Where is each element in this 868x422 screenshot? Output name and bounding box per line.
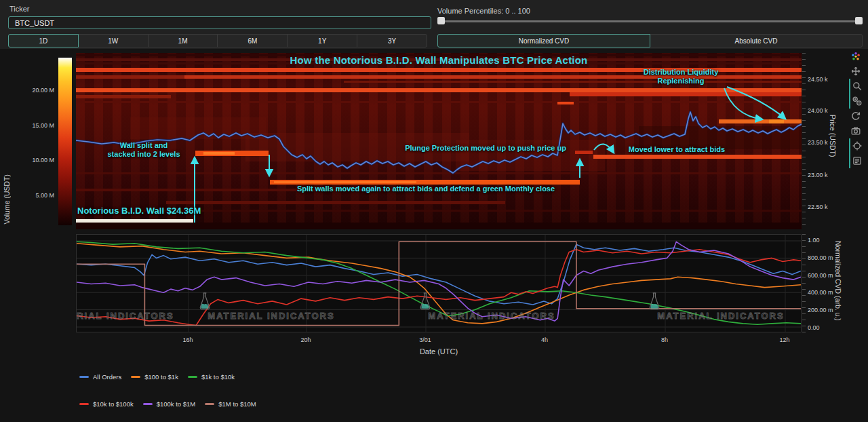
legend-item--10k-to-100k[interactable]: $10k to $100k xyxy=(79,400,134,408)
legend-item--100-to-1k[interactable]: $100 to $1k xyxy=(131,373,178,381)
zoom-icon[interactable] xyxy=(849,79,864,94)
zoom-in-out-icon[interactable] xyxy=(849,94,864,109)
legend-item-all-orders[interactable]: All Orders xyxy=(79,373,121,381)
timeframe-1y[interactable]: 1Y xyxy=(287,34,357,47)
price-line-and-arrows-layer xyxy=(76,53,802,229)
legend-item--100k-to-1m[interactable]: $100k to $1M xyxy=(143,400,196,408)
axis-tick: 4h xyxy=(531,337,558,343)
cvd-chart[interactable]: MATERIAL INDICATORSMATERIAL INDICATORSMA… xyxy=(76,234,802,332)
legend-swatch xyxy=(79,403,89,405)
timeframe-buttons: 1D1W1M6M1Y3Y xyxy=(8,34,427,47)
slider-track[interactable] xyxy=(437,20,863,22)
legend-swatch xyxy=(188,376,197,378)
legend-row-1: All Orders$100 to $1k$1k to $10k xyxy=(79,373,235,381)
timeframe-6m[interactable]: 6M xyxy=(217,34,288,47)
slider-handle-min[interactable] xyxy=(437,17,445,24)
x-axis-label: Date (UTC) xyxy=(76,347,802,356)
cvd-mode-absolute-cvd[interactable]: Absolute CVD xyxy=(650,34,863,47)
volume-colorbar xyxy=(58,58,72,225)
ticker-input[interactable] xyxy=(8,16,431,29)
annotation-arrow xyxy=(594,144,614,153)
cvd-series--100k-to-1m xyxy=(77,242,801,321)
legend-swatch xyxy=(79,376,89,378)
cvd-mode-toggle: Normalized CVDAbsolute CVD xyxy=(437,34,863,47)
price-axis-label: Price (USDT) xyxy=(829,115,837,157)
axis-tick: 600.00 m xyxy=(808,272,833,279)
axis-tick: 15.00 M xyxy=(7,122,54,129)
volume-percentiles-label: Volume Percentiles: 0 .. 100 xyxy=(437,7,530,15)
timeframe-1d[interactable]: 1D xyxy=(8,34,79,47)
axis-tick: 20h xyxy=(292,337,319,343)
axis-tick: 16h xyxy=(174,337,201,343)
legend-label: $10k to $100k xyxy=(93,400,134,408)
plotly-modebar xyxy=(849,49,865,168)
chart-title: How the Notorious B.I.D. Wall Manipulate… xyxy=(76,54,802,66)
legend-row-2: $10k to $100k$100k to $1M$1M to $10M xyxy=(79,400,256,408)
autoscale-icon[interactable] xyxy=(849,109,863,123)
legend-item--1k-to-10k[interactable]: $1k to $10k xyxy=(188,373,235,381)
axis-tick: 23.50 k xyxy=(808,139,828,146)
axis-tick: 10.00 M xyxy=(7,157,54,164)
cvd-series--10k-to-100k xyxy=(77,250,801,326)
liquidity-heatmap[interactable]: Distribution Liquidity ReplenishingWall … xyxy=(76,53,802,229)
axis-tick: 400.00 m xyxy=(808,289,833,296)
cvd-mode-normalized-cvd[interactable]: Normalized CVD xyxy=(437,34,650,47)
legend-item--1m-to-10m[interactable]: $1M to $10M xyxy=(205,400,256,408)
cvd-series-all-orders xyxy=(77,244,801,305)
axis-tick: 8h xyxy=(651,337,678,343)
legend-label: All Orders xyxy=(93,373,121,381)
firecharts-figure: Volume (USDT) 20.00 M15.00 M10.00 M5.00 … xyxy=(0,49,868,422)
axis-tick: 23.00 k xyxy=(808,172,828,178)
axis-tick: 1.00 xyxy=(808,237,820,244)
axis-tick: 800.00 m xyxy=(808,254,833,261)
camera-icon[interactable] xyxy=(849,123,863,138)
timeframe-1w[interactable]: 1W xyxy=(78,34,149,47)
legend-swatch xyxy=(205,403,214,405)
crosshair-icon[interactable] xyxy=(849,138,864,153)
axis-tick: 24.00 k xyxy=(808,107,828,114)
axis-tick: 24.50 k xyxy=(808,76,828,83)
legend-swatch xyxy=(131,376,140,378)
timeframe-1m[interactable]: 1M xyxy=(148,34,218,47)
axis-tick: 12h xyxy=(771,337,798,343)
ticker-label: Ticker xyxy=(9,5,30,13)
axis-tick: 200.00 m xyxy=(808,307,833,313)
cvd-lines-layer xyxy=(77,235,801,332)
axis-tick: 20.00 M xyxy=(7,87,54,94)
legend-label: $100k to $1M xyxy=(157,400,196,408)
cvd-series--1k-to-10k xyxy=(77,242,801,324)
price-axis-minor-ticks xyxy=(802,53,806,229)
cvd-axis-label: Normalized CVD (arb. u.) xyxy=(834,241,842,321)
axis-tick: 5.00 M xyxy=(7,192,54,199)
legend-label: $1M to $10M xyxy=(218,400,256,408)
legend-label: $100 to $1k xyxy=(144,373,178,381)
axis-tick: 3/01 xyxy=(412,337,439,343)
cvd-axis-minor-ticks xyxy=(802,234,806,332)
volume-percentiles-slider[interactable] xyxy=(437,17,863,25)
pan-icon[interactable] xyxy=(849,64,863,79)
volume-axis-label: Volume (USDT) xyxy=(3,174,11,225)
axis-tick: 22.50 k xyxy=(808,204,828,210)
hover-icon[interactable] xyxy=(849,153,864,168)
price-line xyxy=(76,112,802,173)
timeframe-3y[interactable]: 3Y xyxy=(357,34,427,47)
axis-tick: 0.00 xyxy=(808,324,820,331)
legend-label: $1k to $10k xyxy=(201,373,235,381)
plotly-logo-icon[interactable] xyxy=(849,49,863,64)
slider-handle-max[interactable] xyxy=(855,17,863,24)
top-controls-bar: Ticker 1D1W1M6M1Y3Y Volume Percentiles: … xyxy=(0,0,868,49)
annotation-arrow xyxy=(727,87,785,119)
legend-swatch xyxy=(143,403,153,405)
